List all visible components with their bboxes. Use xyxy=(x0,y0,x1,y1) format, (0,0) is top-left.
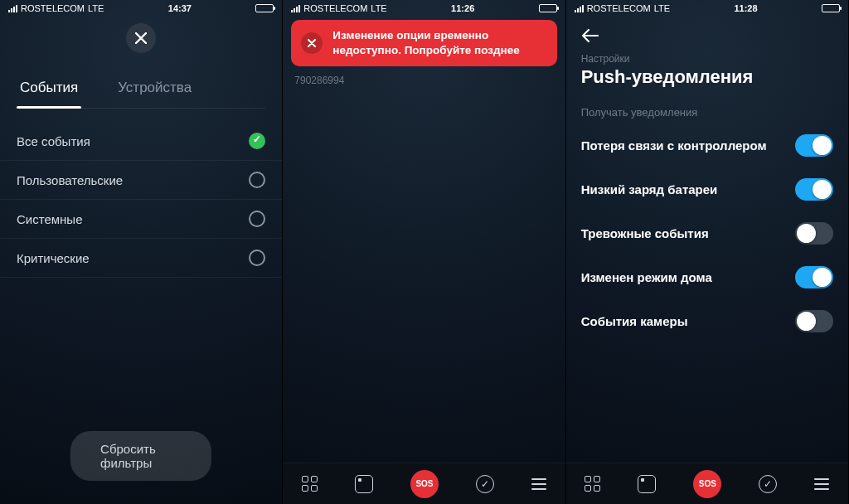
clock: 11:28 xyxy=(734,3,757,13)
toggle-row: События камеры xyxy=(566,299,848,343)
nav-schedule[interactable]: ✓ xyxy=(476,475,494,493)
toggle-switch[interactable] xyxy=(795,178,833,201)
radio-icon xyxy=(249,211,265,227)
arrow-left-icon xyxy=(581,28,599,43)
toggle-label: Изменен режим дома xyxy=(581,270,712,284)
network-label: LTE xyxy=(88,3,104,13)
toggle-switch[interactable] xyxy=(795,310,833,332)
toggle-row: Низкий заряд батареи xyxy=(566,167,848,211)
nav-menu[interactable] xyxy=(531,478,546,490)
battery-icon xyxy=(822,4,840,12)
dismiss-error-button[interactable] xyxy=(301,32,323,54)
filter-row[interactable]: Пользовательские xyxy=(0,161,282,200)
toggle-label: Тревожные события xyxy=(581,226,709,240)
screen-error: ROSTELECOM LTE 11:26 Изменение опции вре… xyxy=(283,0,565,504)
signal-icon xyxy=(8,5,17,12)
filter-list: Все события Пользовательские Системные К… xyxy=(0,122,282,278)
toggle-label: Низкий заряд батареи xyxy=(581,182,718,196)
toggle-list: Потеря связи с контроллером Низкий заряд… xyxy=(566,124,848,343)
toggle-switch[interactable] xyxy=(795,134,833,157)
battery-icon xyxy=(255,4,274,12)
battery-icon xyxy=(539,4,557,12)
tab-events[interactable]: События xyxy=(17,73,81,108)
bottom-nav: SOS ✓ xyxy=(283,463,565,504)
nav-menu[interactable] xyxy=(814,478,829,490)
signal-icon xyxy=(291,5,300,12)
sos-button[interactable]: SOS xyxy=(410,470,439,498)
close-icon xyxy=(135,32,147,44)
filter-label: Системные xyxy=(17,212,82,226)
nav-grid[interactable] xyxy=(302,476,318,492)
network-label: LTE xyxy=(654,3,670,13)
clock: 14:37 xyxy=(168,3,192,13)
back-button[interactable] xyxy=(581,27,833,48)
account-id: 790286994 xyxy=(294,75,565,86)
filter-row[interactable]: Все события xyxy=(0,122,282,161)
toggle-switch[interactable] xyxy=(795,222,833,245)
toggle-row: Потеря связи с контроллером xyxy=(566,124,848,167)
error-message: Изменение опции временно недоступно. Поп… xyxy=(332,28,546,58)
filter-row[interactable]: Критические xyxy=(0,239,282,278)
status-bar: ROSTELECOM LTE 11:26 xyxy=(283,0,565,15)
breadcrumb: Настройки xyxy=(581,53,833,65)
status-bar: ROSTELECOM LTE 14:37 xyxy=(0,0,282,15)
error-banner: Изменение опции временно недоступно. Поп… xyxy=(291,20,556,66)
toggle-label: События камеры xyxy=(581,314,688,328)
radio-icon xyxy=(249,172,265,188)
filter-row[interactable]: Системные xyxy=(0,200,282,239)
toggle-row: Тревожные события xyxy=(566,211,848,255)
nav-device[interactable] xyxy=(355,475,373,493)
close-icon xyxy=(308,39,316,47)
carrier-label: ROSTELECOM xyxy=(21,3,85,13)
tab-devices[interactable]: Устройства xyxy=(114,73,195,108)
close-button[interactable] xyxy=(126,23,156,53)
tab-bar: События Устройства xyxy=(17,73,265,109)
carrier-label: ROSTELECOM xyxy=(587,3,651,13)
bottom-nav: SOS ✓ xyxy=(566,463,848,504)
nav-grid[interactable] xyxy=(585,476,600,492)
section-label: Получать уведомления xyxy=(581,106,833,119)
filter-label: Пользовательские xyxy=(17,173,123,187)
nav-device[interactable] xyxy=(638,475,656,493)
nav-schedule[interactable]: ✓ xyxy=(759,475,777,493)
status-bar: ROSTELECOM LTE 11:28 xyxy=(566,0,848,15)
reset-filters-button[interactable]: Сбросить фильтры xyxy=(70,431,211,481)
filter-label: Все события xyxy=(17,134,90,148)
radio-checked-icon xyxy=(249,133,265,149)
screen-push-settings: ROSTELECOM LTE 11:28 Настройки Push-увед… xyxy=(566,0,849,504)
signal-icon xyxy=(575,5,584,12)
filter-label: Критические xyxy=(17,251,90,265)
toggle-row: Изменен режим дома xyxy=(566,255,848,299)
clock: 11:26 xyxy=(451,3,474,13)
carrier-label: ROSTELECOM xyxy=(303,3,367,13)
toggle-label: Потеря связи с контроллером xyxy=(581,138,767,153)
radio-icon xyxy=(249,250,265,266)
screen-filters: ROSTELECOM LTE 14:37 События Устройства … xyxy=(0,0,283,504)
page-title: Push-уведомления xyxy=(581,66,833,88)
toggle-switch[interactable] xyxy=(795,266,833,288)
network-label: LTE xyxy=(371,3,386,13)
sos-button[interactable]: SOS xyxy=(693,470,721,498)
